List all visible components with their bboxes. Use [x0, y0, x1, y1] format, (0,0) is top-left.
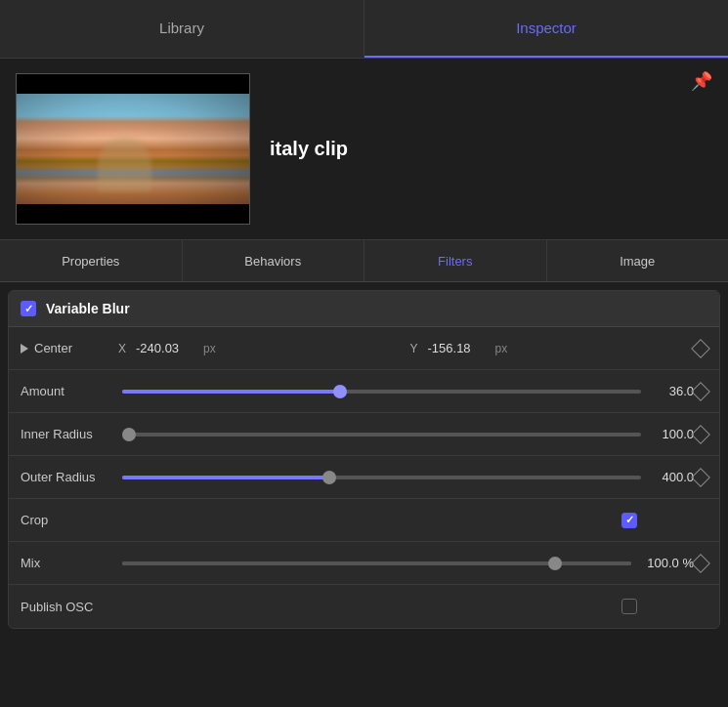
x-value[interactable]: -240.03	[136, 341, 199, 355]
x-unit: px	[203, 342, 216, 355]
publish-osc-checkbox[interactable]	[621, 599, 637, 614]
amount-slider[interactable]	[122, 390, 641, 394]
center-controls: X -240.03 px Y -156.18 px	[118, 341, 694, 355]
center-label: Center	[21, 341, 118, 355]
filter-panel: Variable Blur Center X -240.03 px Y -156…	[8, 290, 720, 629]
crop-checkbox[interactable]	[621, 513, 637, 528]
outer-radius-slider-thumb[interactable]	[322, 471, 336, 484]
amount-slider-fill	[122, 390, 340, 394]
inner-radius-keyframe-diamond[interactable]	[691, 425, 710, 444]
top-tab-bar: Library Inspector	[0, 0, 728, 59]
crop-label: Crop	[21, 513, 118, 527]
mix-controls	[118, 561, 635, 565]
filter-row-center: Center X -240.03 px Y -156.18 px	[9, 327, 719, 370]
amount-value[interactable]: 36.0	[645, 384, 694, 398]
clip-thumbnail	[16, 73, 250, 225]
tab-inspector[interactable]: Inspector	[364, 0, 728, 58]
y-label: Y	[410, 342, 424, 355]
amount-label: Amount	[21, 384, 118, 398]
filter-name-label: Variable Blur	[46, 301, 130, 316]
inner-radius-slider[interactable]	[122, 433, 641, 437]
center-keyframe-diamond[interactable]	[691, 339, 710, 358]
center-y-group: Y -156.18 px	[410, 341, 695, 355]
mix-keyframe-diamond[interactable]	[691, 554, 710, 573]
tab-image[interactable]: Image	[547, 240, 729, 281]
mix-slider-thumb[interactable]	[548, 557, 562, 570]
thumbnail-black-bar-bottom	[17, 204, 249, 224]
mix-slider[interactable]	[122, 561, 631, 565]
pin-icon[interactable]: 📌	[691, 70, 712, 92]
mix-value[interactable]: 100.0 %	[635, 556, 694, 570]
crop-controls	[118, 513, 694, 528]
filter-row-outer-radius: Outer Radius 400.0	[9, 456, 719, 499]
amount-slider-thumb[interactable]	[333, 385, 347, 398]
filter-enable-checkbox[interactable]	[21, 301, 36, 316]
inner-radius-label: Inner Radius	[21, 427, 118, 441]
amount-controls	[118, 390, 645, 394]
tab-library[interactable]: Library	[0, 0, 364, 58]
y-value[interactable]: -156.18	[428, 341, 492, 355]
center-x-group: X -240.03 px	[118, 341, 403, 355]
expand-triangle-icon[interactable]	[21, 344, 28, 354]
tab-behaviors[interactable]: Behaviors	[183, 240, 365, 281]
outer-radius-label: Outer Radius	[21, 470, 118, 484]
publish-osc-controls	[118, 599, 694, 614]
filter-row-amount: Amount 36.0	[9, 370, 719, 413]
thumbnail-black-bar-top	[17, 74, 249, 94]
x-label: X	[118, 342, 132, 355]
clip-title: italy clip	[270, 138, 712, 160]
filter-row-mix: Mix 100.0 %	[9, 542, 719, 585]
outer-radius-slider-fill	[122, 476, 329, 479]
filter-row-crop: Crop	[9, 499, 719, 542]
filter-row-inner-radius: Inner Radius 100.0	[9, 413, 719, 456]
publish-osc-label: Publish OSC	[21, 600, 118, 614]
filter-row-publish-osc: Publish OSC	[9, 585, 719, 628]
amount-keyframe-diamond[interactable]	[691, 382, 710, 401]
outer-radius-keyframe-diamond[interactable]	[691, 468, 710, 487]
outer-radius-value[interactable]: 400.0	[645, 470, 694, 484]
tab-filters[interactable]: Filters	[364, 240, 547, 281]
thumbnail-image	[17, 94, 249, 206]
filter-header: Variable Blur	[9, 291, 719, 327]
inner-radius-value[interactable]: 100.0	[645, 427, 694, 441]
y-unit: px	[495, 342, 508, 355]
clip-info-area: italy clip 📌	[0, 59, 728, 239]
sub-tab-bar: Properties Behaviors Filters Image	[0, 239, 728, 282]
inner-radius-controls	[118, 433, 645, 437]
outer-radius-slider[interactable]	[122, 476, 641, 479]
mix-label: Mix	[21, 556, 118, 570]
tab-properties[interactable]: Properties	[0, 240, 183, 281]
inner-radius-slider-thumb[interactable]	[122, 428, 136, 441]
outer-radius-controls	[118, 476, 645, 479]
